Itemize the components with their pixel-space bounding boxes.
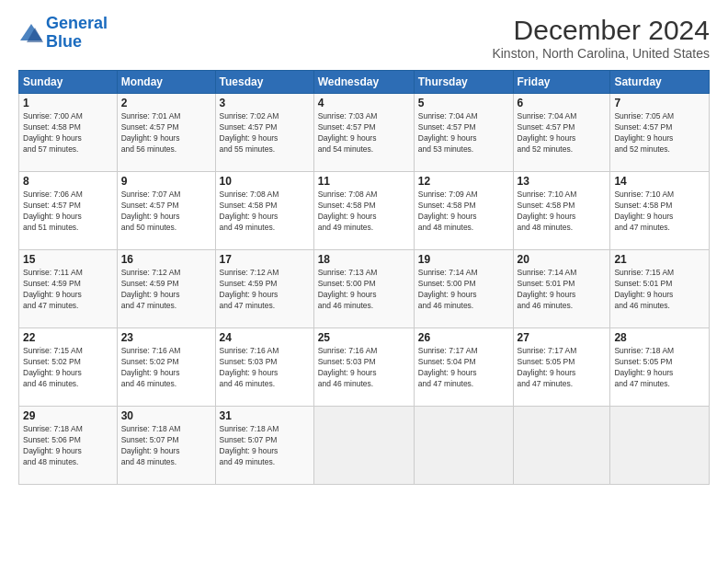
day-number: 11	[318, 175, 410, 188]
weekday-header-monday: Monday	[117, 71, 215, 94]
calendar-cell: 22Sunrise: 7:15 AM Sunset: 5:02 PM Dayli…	[19, 328, 118, 407]
calendar-week-row: 29Sunrise: 7:18 AM Sunset: 5:06 PM Dayli…	[19, 407, 710, 485]
calendar-cell: 14Sunrise: 7:10 AM Sunset: 4:58 PM Dayli…	[610, 172, 710, 250]
weekday-header-saturday: Saturday	[610, 71, 710, 94]
weekday-header-wednesday: Wednesday	[313, 71, 414, 94]
title-block: December 2024 Kinston, North Carolina, U…	[492, 15, 710, 61]
day-number: 18	[318, 253, 410, 266]
calendar-cell: 25Sunrise: 7:16 AM Sunset: 5:03 PM Dayli…	[313, 328, 414, 407]
day-number: 20	[518, 253, 607, 266]
day-number: 10	[220, 175, 310, 188]
calendar-week-row: 22Sunrise: 7:15 AM Sunset: 5:02 PM Dayli…	[19, 328, 710, 407]
day-number: 26	[418, 331, 509, 344]
weekday-header-row: SundayMondayTuesdayWednesdayThursdayFrid…	[19, 71, 710, 94]
calendar-cell	[313, 407, 414, 485]
day-info: Sunrise: 7:11 AM Sunset: 4:59 PM Dayligh…	[23, 268, 113, 312]
calendar-cell: 20Sunrise: 7:14 AM Sunset: 5:01 PM Dayli…	[513, 250, 610, 328]
day-number: 9	[121, 175, 211, 188]
day-info: Sunrise: 7:01 AM Sunset: 4:57 PM Dayligh…	[121, 111, 211, 155]
header: General Blue December 2024 Kinston, Nort…	[18, 15, 710, 61]
calendar-cell: 21Sunrise: 7:15 AM Sunset: 5:01 PM Dayli…	[610, 250, 710, 328]
calendar-cell: 8Sunrise: 7:06 AM Sunset: 4:57 PM Daylig…	[19, 172, 118, 250]
day-number: 24	[220, 331, 310, 344]
calendar-cell: 27Sunrise: 7:17 AM Sunset: 5:05 PM Dayli…	[513, 328, 610, 407]
day-number: 31	[220, 409, 310, 422]
day-number: 28	[614, 331, 705, 344]
calendar-cell: 16Sunrise: 7:12 AM Sunset: 4:59 PM Dayli…	[117, 250, 215, 328]
calendar-cell: 12Sunrise: 7:09 AM Sunset: 4:58 PM Dayli…	[414, 172, 513, 250]
day-info: Sunrise: 7:03 AM Sunset: 4:57 PM Dayligh…	[318, 111, 410, 155]
day-number: 15	[23, 253, 113, 266]
calendar-cell: 4Sunrise: 7:03 AM Sunset: 4:57 PM Daylig…	[313, 94, 414, 172]
day-info: Sunrise: 7:12 AM Sunset: 4:59 PM Dayligh…	[121, 268, 211, 312]
calendar-cell: 17Sunrise: 7:12 AM Sunset: 4:59 PM Dayli…	[215, 250, 313, 328]
calendar-cell: 11Sunrise: 7:08 AM Sunset: 4:58 PM Dayli…	[313, 172, 414, 250]
calendar-cell: 18Sunrise: 7:13 AM Sunset: 5:00 PM Dayli…	[313, 250, 414, 328]
calendar-week-row: 15Sunrise: 7:11 AM Sunset: 4:59 PM Dayli…	[19, 250, 710, 328]
logo-text: General Blue	[46, 15, 108, 52]
day-number: 13	[518, 175, 607, 188]
day-info: Sunrise: 7:18 AM Sunset: 5:05 PM Dayligh…	[614, 346, 705, 390]
day-info: Sunrise: 7:10 AM Sunset: 4:58 PM Dayligh…	[518, 190, 607, 234]
day-info: Sunrise: 7:18 AM Sunset: 5:07 PM Dayligh…	[220, 424, 310, 468]
day-number: 8	[23, 175, 113, 188]
weekday-header-tuesday: Tuesday	[215, 71, 313, 94]
day-info: Sunrise: 7:04 AM Sunset: 4:57 PM Dayligh…	[418, 111, 509, 155]
weekday-header-sunday: Sunday	[19, 71, 118, 94]
day-number: 7	[614, 97, 705, 109]
calendar-cell: 7Sunrise: 7:05 AM Sunset: 4:57 PM Daylig…	[610, 94, 710, 172]
day-info: Sunrise: 7:18 AM Sunset: 5:06 PM Dayligh…	[23, 424, 113, 468]
day-info: Sunrise: 7:09 AM Sunset: 4:58 PM Dayligh…	[418, 190, 509, 234]
day-number: 6	[518, 97, 607, 109]
day-number: 4	[318, 97, 410, 109]
calendar-cell: 3Sunrise: 7:02 AM Sunset: 4:57 PM Daylig…	[215, 94, 313, 172]
calendar-cell: 23Sunrise: 7:16 AM Sunset: 5:02 PM Dayli…	[117, 328, 215, 407]
day-info: Sunrise: 7:00 AM Sunset: 4:58 PM Dayligh…	[23, 111, 113, 155]
day-info: Sunrise: 7:15 AM Sunset: 5:01 PM Dayligh…	[614, 268, 705, 312]
calendar-title: December 2024	[492, 15, 710, 46]
logo-icon	[18, 20, 44, 46]
day-info: Sunrise: 7:07 AM Sunset: 4:57 PM Dayligh…	[121, 190, 211, 234]
day-info: Sunrise: 7:12 AM Sunset: 4:59 PM Dayligh…	[220, 268, 310, 312]
calendar-page: General Blue December 2024 Kinston, Nort…	[0, 0, 728, 563]
calendar-cell	[513, 407, 610, 485]
calendar-cell: 10Sunrise: 7:08 AM Sunset: 4:58 PM Dayli…	[215, 172, 313, 250]
logo: General Blue	[18, 15, 108, 52]
day-number: 27	[518, 331, 607, 344]
calendar-cell: 29Sunrise: 7:18 AM Sunset: 5:06 PM Dayli…	[19, 407, 118, 485]
day-info: Sunrise: 7:16 AM Sunset: 5:03 PM Dayligh…	[220, 346, 310, 390]
calendar-cell: 30Sunrise: 7:18 AM Sunset: 5:07 PM Dayli…	[117, 407, 215, 485]
day-number: 5	[418, 97, 509, 109]
day-info: Sunrise: 7:06 AM Sunset: 4:57 PM Dayligh…	[23, 190, 113, 234]
day-info: Sunrise: 7:16 AM Sunset: 5:03 PM Dayligh…	[318, 346, 410, 390]
calendar-week-row: 8Sunrise: 7:06 AM Sunset: 4:57 PM Daylig…	[19, 172, 710, 250]
day-number: 3	[220, 97, 310, 109]
calendar-cell: 6Sunrise: 7:04 AM Sunset: 4:57 PM Daylig…	[513, 94, 610, 172]
day-number: 16	[121, 253, 211, 266]
day-info: Sunrise: 7:08 AM Sunset: 4:58 PM Dayligh…	[220, 190, 310, 234]
weekday-header-thursday: Thursday	[414, 71, 513, 94]
day-info: Sunrise: 7:13 AM Sunset: 5:00 PM Dayligh…	[318, 268, 410, 312]
day-number: 22	[23, 331, 113, 344]
calendar-week-row: 1Sunrise: 7:00 AM Sunset: 4:58 PM Daylig…	[19, 94, 710, 172]
calendar-cell: 1Sunrise: 7:00 AM Sunset: 4:58 PM Daylig…	[19, 94, 118, 172]
day-number: 25	[318, 331, 410, 344]
day-number: 21	[614, 253, 705, 266]
calendar-cell: 28Sunrise: 7:18 AM Sunset: 5:05 PM Dayli…	[610, 328, 710, 407]
day-info: Sunrise: 7:04 AM Sunset: 4:57 PM Dayligh…	[518, 111, 607, 155]
day-info: Sunrise: 7:17 AM Sunset: 5:04 PM Dayligh…	[418, 346, 509, 390]
day-number: 30	[121, 409, 211, 422]
calendar-table: SundayMondayTuesdayWednesdayThursdayFrid…	[18, 70, 710, 485]
logo-line2: Blue	[46, 32, 82, 51]
logo-line1: General	[46, 14, 108, 32]
day-info: Sunrise: 7:08 AM Sunset: 4:58 PM Dayligh…	[318, 190, 410, 234]
calendar-cell: 26Sunrise: 7:17 AM Sunset: 5:04 PM Dayli…	[414, 328, 513, 407]
day-info: Sunrise: 7:14 AM Sunset: 5:00 PM Dayligh…	[418, 268, 509, 312]
day-number: 14	[614, 175, 705, 188]
calendar-cell: 2Sunrise: 7:01 AM Sunset: 4:57 PM Daylig…	[117, 94, 215, 172]
day-number: 19	[418, 253, 509, 266]
calendar-cell: 24Sunrise: 7:16 AM Sunset: 5:03 PM Dayli…	[215, 328, 313, 407]
calendar-cell: 13Sunrise: 7:10 AM Sunset: 4:58 PM Dayli…	[513, 172, 610, 250]
calendar-cell: 31Sunrise: 7:18 AM Sunset: 5:07 PM Dayli…	[215, 407, 313, 485]
day-info: Sunrise: 7:16 AM Sunset: 5:02 PM Dayligh…	[121, 346, 211, 390]
